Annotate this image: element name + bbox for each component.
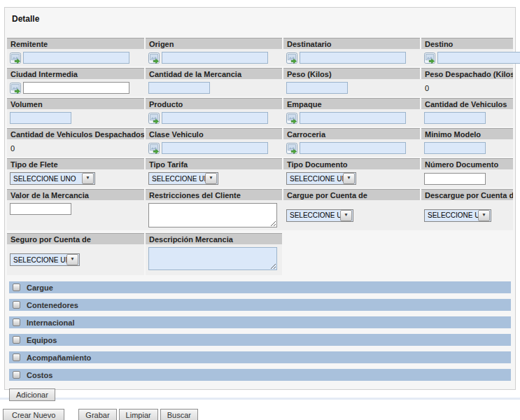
cantidad-vehiculos-input[interactable]	[424, 112, 486, 124]
expand-toggle-icon[interactable]	[13, 284, 20, 291]
restricciones-label: Restricciones del Cliente	[146, 189, 282, 200]
numero-documento-label: Número Documento	[421, 158, 513, 169]
tipo-documento-select[interactable]: SELECCIONE UNO ▼	[286, 172, 356, 185]
minimo-modelo-input[interactable]	[424, 142, 486, 154]
section-contenedores[interactable]: Contenedores	[9, 299, 511, 311]
vehiculos-despachados-value: 0	[10, 144, 15, 153]
valor-mercancia-label: Valor de la Mercancia	[7, 189, 144, 200]
remitente-input[interactable]	[23, 52, 129, 64]
tipo-documento-select-value: SELECCIONE UNO	[288, 175, 343, 183]
peso-kilos-input[interactable]	[286, 82, 348, 94]
lookup-picker-icon[interactable]	[10, 83, 21, 94]
section-internacional[interactable]: Internacional	[9, 316, 511, 328]
chevron-down-icon[interactable]: ▼	[343, 173, 355, 184]
chevron-down-icon[interactable]: ▼	[340, 210, 352, 221]
seguro-cuenta-label: Seguro por Cuenta de	[7, 233, 144, 244]
origen-label: Origen	[146, 38, 282, 49]
row5-fields: SELECCIONE UNO ▼ SELECCIONE UNO ▼ SELECC…	[7, 169, 513, 188]
peso-kilos-label: Peso (Kilos)	[283, 68, 420, 79]
destino-label: Destino	[421, 38, 513, 49]
cantidad-vehiculos-label: Cantidad de Vehiculos	[421, 98, 513, 109]
cargue-cuenta-label: Cargue por Cuenta de	[283, 189, 420, 200]
limpiar-button[interactable]: Limpiar	[119, 409, 158, 420]
section-acompanamiento-label: Acompañamiento	[27, 354, 91, 362]
tipo-tarifa-select[interactable]: SELECCIONE UNO ▼	[148, 172, 218, 185]
lookup-picker-icon[interactable]	[10, 52, 21, 64]
descripcion-mercancia-textarea[interactable]	[148, 247, 277, 270]
expand-toggle-icon[interactable]	[13, 336, 20, 344]
page-title: Detalle	[12, 14, 510, 24]
lookup-picker-icon[interactable]	[148, 113, 160, 124]
lookup-picker-icon[interactable]	[148, 143, 160, 154]
tipo-flete-select-value: SELECCIONE UNO	[11, 175, 78, 183]
remitente-label: Remitente	[7, 38, 144, 49]
buscar-button[interactable]: Buscar	[160, 409, 198, 420]
destinatario-label: Destinatario	[283, 38, 420, 49]
row2-labels: Ciudad Intermedia Cantidad de la Mercanc…	[7, 68, 513, 79]
section-costos[interactable]: Costos	[9, 369, 511, 381]
section-acompanamiento[interactable]: Acompañamiento	[9, 351, 511, 363]
lookup-picker-icon[interactable]	[286, 113, 297, 124]
section-internacional-label: Internacional	[27, 318, 74, 327]
row1-labels: Remitente Origen Destinatario Destino	[7, 38, 513, 49]
tipo-flete-select[interactable]: SELECCIONE UNO ▼	[10, 172, 95, 185]
descargue-cuenta-label: Descargue por Cuenta de	[421, 189, 513, 200]
expand-toggle-icon[interactable]	[13, 371, 20, 379]
adicionar-button[interactable]: Adicionar	[9, 388, 55, 401]
lookup-picker-icon[interactable]	[286, 52, 297, 64]
cargue-cuenta-select-value: SELECCIONE UNO	[288, 211, 340, 219]
tipo-flete-label: Tipo de Flete	[7, 158, 144, 169]
origen-input[interactable]	[162, 52, 268, 64]
empaque-input[interactable]	[300, 112, 406, 124]
expand-toggle-icon[interactable]	[13, 318, 20, 326]
descargue-cuenta-select[interactable]: SELECCIONE UNO ▼	[424, 209, 491, 222]
chevron-down-icon[interactable]: ▼	[205, 173, 217, 184]
cantidad-mercancia-input[interactable]	[148, 82, 210, 94]
row1-fields	[7, 49, 513, 66]
expand-toggle-icon[interactable]	[13, 301, 20, 309]
restricciones-textarea[interactable]	[148, 203, 277, 227]
cantidad-mercancia-label: Cantidad de la Mercancia	[146, 68, 282, 79]
row3-fields	[7, 109, 513, 127]
clase-vehiculo-input[interactable]	[162, 142, 268, 154]
lookup-picker-icon[interactable]	[148, 52, 160, 64]
section-equipos-label: Equipos	[27, 336, 57, 344]
separator-bar	[0, 398, 520, 400]
crear-nuevo-button[interactable]: Crear Nuevo	[3, 409, 64, 420]
ciudad-intermedia-input[interactable]	[23, 82, 129, 94]
section-cargue-label: Cargue	[27, 284, 53, 292]
row7-fields: SELECCIONE UNO ▼	[7, 244, 513, 275]
cargue-cuenta-select[interactable]: SELECCIONE UNO ▼	[286, 209, 353, 222]
row6-labels: Valor de la Mercancia Restricciones del …	[7, 189, 513, 200]
chevron-down-icon[interactable]: ▼	[82, 173, 94, 184]
lookup-picker-icon[interactable]	[424, 52, 435, 64]
row7-labels: Seguro por Cuenta de Descripción Mercanc…	[7, 233, 513, 244]
destino-input[interactable]	[437, 52, 520, 64]
expand-toggle-icon[interactable]	[13, 354, 20, 361]
seguro-cuenta-select[interactable]: SELECCIONE UNO ▼	[10, 253, 80, 266]
ciudad-intermedia-label: Ciudad Intermedia	[7, 68, 144, 79]
valor-mercancia-input[interactable]	[10, 203, 71, 215]
descargue-cuenta-select-value: SELECCIONE UNO	[426, 211, 478, 219]
vehiculos-despachados-label: Cantidad de Vehiculos Despachados	[7, 128, 144, 139]
numero-documento-input[interactable]	[424, 173, 486, 185]
row4-fields: 0	[7, 139, 513, 157]
section-equipos[interactable]: Equipos	[9, 334, 511, 346]
section-cargue[interactable]: Cargue	[9, 281, 511, 293]
peso-despachado-value: 0	[424, 84, 429, 92]
producto-input[interactable]	[162, 112, 268, 124]
grabar-button[interactable]: Grabar	[78, 409, 116, 420]
row2-fields: 0	[7, 79, 513, 97]
carroceria-input[interactable]	[300, 142, 406, 154]
peso-despachado-label: Peso Despachado (Kilos)	[421, 68, 513, 79]
lookup-picker-icon[interactable]	[286, 143, 297, 154]
destinatario-input[interactable]	[300, 52, 406, 64]
minimo-modelo-label: Minimo Modelo	[421, 128, 513, 139]
chevron-down-icon[interactable]: ▼	[478, 210, 490, 221]
tipo-tarifa-select-value: SELECCIONE UNO	[150, 175, 205, 183]
volumen-input[interactable]	[10, 112, 71, 124]
tipo-tarifa-label: Tipo Tarifa	[146, 158, 282, 169]
chevron-down-icon[interactable]: ▼	[66, 254, 78, 265]
section-contenedores-label: Contenedores	[27, 301, 78, 309]
row3-labels: Volumen Producto Empaque Cantidad de Veh…	[7, 98, 513, 109]
